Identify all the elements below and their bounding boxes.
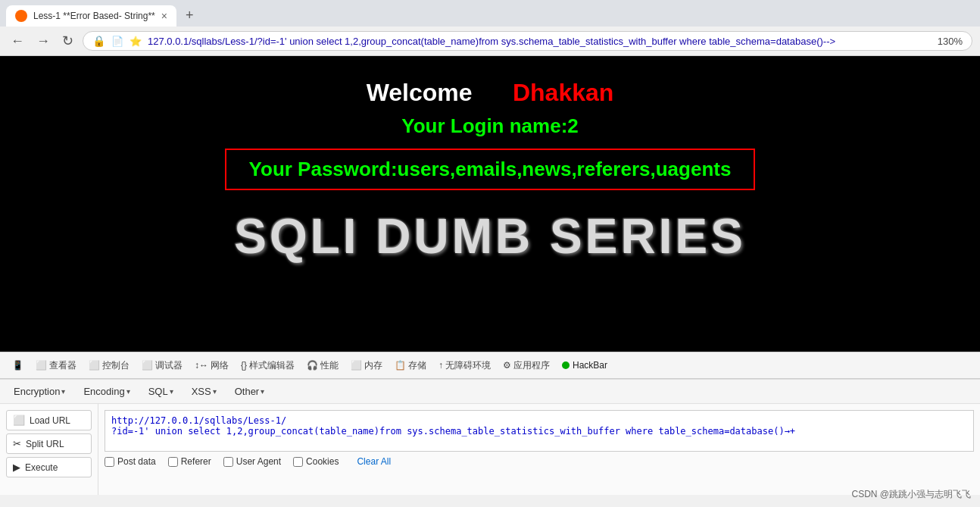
address-bar-container: 🔒 📄 ⭐ 130% <box>83 31 972 51</box>
tab-close-button[interactable]: × <box>161 10 167 22</box>
user-agent-checkbox-label[interactable]: User Agent <box>223 456 281 467</box>
zoom-level: 130% <box>938 36 963 47</box>
performance-label: 性能 <box>320 359 339 372</box>
xss-arrow-icon: ▾ <box>213 387 217 396</box>
nav-bar: ← → ↻ 🔒 📄 ⭐ 130% <box>0 27 980 56</box>
hackbar-dot-icon <box>562 361 570 369</box>
sqli-banner: SQLI DUMB SERIES <box>234 208 746 264</box>
encryption-label: Encryption <box>14 386 60 397</box>
devtool-application[interactable]: ⚙ 应用程序 <box>497 355 556 377</box>
debugger-label: 调试器 <box>155 359 183 372</box>
svg-point-0 <box>17 12 25 20</box>
devtool-inspector[interactable]: ⬜ 查看器 <box>30 355 83 377</box>
style-editor-icon: {} <box>241 360 247 371</box>
accessibility-icon: ↑ <box>439 360 443 371</box>
hackbar-menu-encryption[interactable]: Encryption ▾ <box>6 383 73 400</box>
storage-icon: 📋 <box>395 360 406 371</box>
xss-label: XSS <box>192 386 211 397</box>
hackbar-checkboxes: Post data Referer User Agent Cookies Cle… <box>105 456 974 467</box>
encoding-label: Encoding <box>83 386 124 397</box>
network-icon: ↕↔ <box>195 360 208 371</box>
forward-button[interactable]: → <box>33 32 53 51</box>
split-url-label: Split URL <box>26 439 64 449</box>
bookmark-icon: ⭐ <box>130 36 142 47</box>
inspector-icon: ⬜ <box>36 360 47 371</box>
memory-icon: ⬜ <box>351 360 362 371</box>
encoding-arrow-icon: ▾ <box>126 387 130 396</box>
hackbar-body: ⬜ Load URL ✂ Split URL ▶ Execute http://… <box>0 404 980 495</box>
devtool-console[interactable]: ⬜ 控制台 <box>83 355 136 377</box>
welcome-name: Dhakkan <box>513 79 613 106</box>
inspector-label: 查看器 <box>49 359 76 372</box>
referer-label: Referer <box>181 456 211 467</box>
sql-label: SQL <box>148 386 168 397</box>
devtool-accessibility[interactable]: ↑ 无障碍环境 <box>432 355 497 377</box>
load-url-icon: ⬜ <box>13 415 25 426</box>
devtool-performance[interactable]: 🎧 性能 <box>301 355 345 377</box>
execute-icon: ▶ <box>13 462 20 473</box>
password-text: Your Password:users,emails,news,referers… <box>249 158 732 180</box>
user-agent-checkbox[interactable] <box>223 457 233 467</box>
address-input[interactable] <box>148 36 925 47</box>
hackbar-menu: Encryption ▾ Encoding ▾ SQL ▾ XSS ▾ Othe… <box>0 380 980 404</box>
reload-button[interactable]: ↻ <box>59 31 76 51</box>
sql-arrow-icon: ▾ <box>170 387 173 396</box>
post-data-checkbox-label[interactable]: Post data <box>105 456 156 467</box>
hackbar-left-panel: ⬜ Load URL ✂ Split URL ▶ Execute <box>0 404 98 495</box>
referer-checkbox[interactable] <box>168 457 178 467</box>
welcome-label: Welcome <box>367 79 473 106</box>
devtool-memory[interactable]: ⬜ 内存 <box>345 355 389 377</box>
storage-label: 存储 <box>408 359 426 372</box>
performance-icon: 🎧 <box>307 360 318 371</box>
hackbar-menu-xss[interactable]: XSS ▾ <box>184 383 224 400</box>
welcome-line: Welcome Dhakkan <box>367 79 614 107</box>
cookies-checkbox-label[interactable]: Cookies <box>293 456 339 467</box>
referer-checkbox-label[interactable]: Referer <box>168 456 211 467</box>
browser-tab[interactable]: Less-1 **Error Based- String** × <box>6 5 176 27</box>
hackbar-menu-encoding[interactable]: Encoding ▾ <box>76 383 137 400</box>
hackbar-panel: Encryption ▾ Encoding ▾ SQL ▾ XSS ▾ Othe… <box>0 379 980 495</box>
page-icon: 📄 <box>111 36 123 47</box>
login-name-line: Your Login name:2 <box>401 114 579 138</box>
back-button[interactable]: ← <box>8 32 27 51</box>
application-label: 应用程序 <box>513 359 550 372</box>
devtool-network[interactable]: ↕↔ 网络 <box>189 355 235 377</box>
console-icon: ⬜ <box>89 360 100 371</box>
page-content: Welcome Dhakkan Your Login name:2 Your P… <box>0 56 980 352</box>
hackbar-menu-sql[interactable]: SQL ▾ <box>141 383 181 400</box>
csdn-watermark: CSDN @跳跳小强与志明飞飞 <box>851 488 971 501</box>
post-data-checkbox[interactable] <box>105 457 114 467</box>
application-icon: ⚙ <box>503 360 511 371</box>
execute-button[interactable]: ▶ Execute <box>6 457 92 477</box>
console-label: 控制台 <box>102 359 130 372</box>
other-label: Other <box>235 386 260 397</box>
hackbar-right-panel: http://127.0.0.1/sqllabs/Less-1/ ?id=-1'… <box>98 404 980 495</box>
accessibility-label: 无障碍环境 <box>445 359 491 372</box>
tab-favicon <box>15 10 27 22</box>
split-url-icon: ✂ <box>13 438 21 449</box>
post-data-label: Post data <box>117 456 156 467</box>
devtool-style-editor[interactable]: {} 样式编辑器 <box>235 355 301 377</box>
cookies-checkbox[interactable] <box>293 457 303 467</box>
encryption-arrow-icon: ▾ <box>61 387 65 396</box>
tab-title: Less-1 **Error Based- String** <box>33 11 155 21</box>
style-editor-label: 样式编辑器 <box>249 359 295 372</box>
devtool-inspector-icon[interactable]: 📱 <box>6 355 30 375</box>
hackbar-menu-other[interactable]: Other ▾ <box>227 383 273 400</box>
clear-all-link[interactable]: Clear All <box>357 456 391 467</box>
new-tab-button[interactable]: + <box>179 5 200 27</box>
devtool-storage[interactable]: 📋 存储 <box>389 355 432 377</box>
split-url-button[interactable]: ✂ Split URL <box>6 433 92 454</box>
memory-label: 内存 <box>364 359 382 372</box>
other-arrow-icon: ▾ <box>261 387 264 396</box>
debugger-icon: ⬜ <box>142 360 153 371</box>
hackbar-label: HackBar <box>573 360 607 371</box>
security-icon: 🔒 <box>92 35 105 47</box>
hackbar-tab[interactable]: HackBar <box>556 355 613 375</box>
load-url-label: Load URL <box>30 415 70 426</box>
cookies-label: Cookies <box>306 456 339 467</box>
devtool-debugger[interactable]: ⬜ 调试器 <box>136 355 189 377</box>
execute-label: Execute <box>25 462 58 473</box>
load-url-button[interactable]: ⬜ Load URL <box>6 410 92 430</box>
url-textarea[interactable]: http://127.0.0.1/sqllabs/Less-1/ ?id=-1'… <box>105 410 974 452</box>
